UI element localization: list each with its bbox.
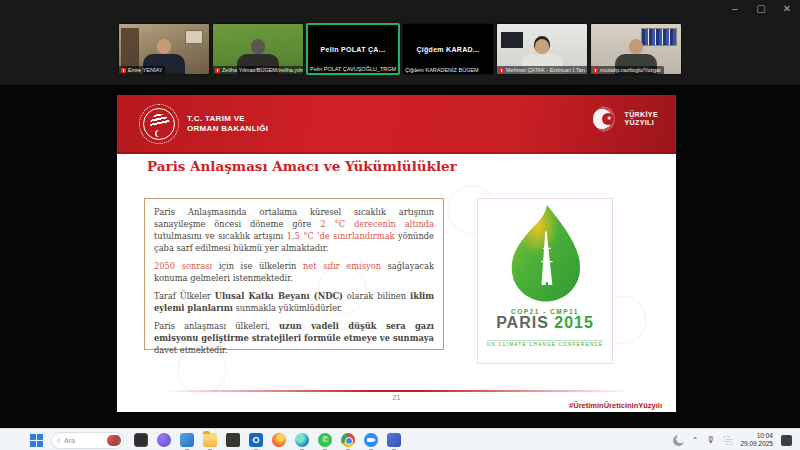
clock-time: 10:04 [740, 432, 773, 440]
tray-chevron-icon[interactable]: ⌃ [692, 436, 699, 445]
outlook-icon[interactable]: O [249, 433, 263, 447]
edge-icon[interactable] [295, 433, 309, 447]
slide-paragraph: 2050 sonrası için ise ülkelerin net sıfı… [154, 260, 434, 284]
muted-mic-icon [215, 68, 220, 73]
start-button[interactable] [30, 434, 43, 447]
participant-name-label: Emre YENİAY [119, 66, 165, 74]
close-button[interactable]: ✕ [780, 3, 794, 14]
participant-name-text: Mehmet ÇATAK - Erzincan İ.Tarı... [506, 67, 588, 73]
slide-paragraph: Taraf Ülkeler Ulusal Katkı Beyanı (NDC) … [154, 290, 434, 314]
participant-tile[interactable]: Zeliha Yılmaz/BÜGEM/zeliha.yılm... [212, 23, 304, 75]
participant-tile[interactable]: Emre YENİAY [118, 23, 210, 75]
participant-name-label: Mehmet ÇATAK - Erzincan İ.Tarı... [497, 66, 588, 74]
search-highlight-thumbnail[interactable] [107, 435, 121, 446]
participant-tile[interactable]: Mehmet ÇATAK - Erzincan İ.Tarı... [496, 23, 588, 75]
zoom-icon[interactable] [364, 433, 378, 447]
participant-name-label: Çiğdem KARADENİZ BÜGEM [403, 66, 482, 74]
participant-name-text: Pelin POLAT ÇAVUŞOĞLU_TRGM [310, 66, 396, 72]
taskbar-clock[interactable]: 10:04 29.09.2025 [740, 432, 773, 449]
participant-name-text: muttalip.nazlioglu/Yozgat [600, 67, 661, 73]
cop21-title: PARIS 2015 [478, 315, 612, 332]
slide-page-number: 21 [117, 394, 676, 401]
maximize-button[interactable]: ▢ [754, 3, 768, 14]
minimize-button[interactable]: – [728, 3, 742, 14]
shared-screen-slide: T.C. TARIM VE ORMAN BAKANLIĞI TÜRKİYE YÜ… [117, 95, 676, 412]
muted-mic-icon [499, 68, 504, 73]
participant-name-text: Çiğdem KARADENİZ BÜGEM [405, 67, 479, 73]
participants-row: Emre YENİAYZeliha Yılmaz/BÜGEM/zeliha.yı… [118, 23, 682, 75]
ministry-brand: T.C. TARIM VE ORMAN BAKANLIĞI [139, 104, 268, 144]
onedrive-icon[interactable] [673, 435, 684, 446]
slide-hashtag: #ÜretiminÜreticininYüzyılı [569, 401, 662, 410]
whatsapp-icon[interactable]: ✆ [318, 433, 332, 447]
meeting-top-strip: – ▢ ✕ Emre YENİAYZeliha Yılmaz/BÜGEM/zel… [0, 0, 800, 85]
system-tray: ⌃ 🎙 ⿻ 10:04 29.09.2025 [673, 432, 800, 449]
windows-taskbar: ⌕ Ara O✆ ⌃ 🎙 ⿻ 10:04 29.09.2025 [0, 428, 800, 450]
slide-text-box: Paris Anlaşmasında ortalama küresel sıca… [144, 198, 444, 350]
participant-name-text: Emre YENİAY [128, 67, 162, 73]
slide-title: Paris Anlaşması Amacı ve Yükümlülükler [147, 158, 457, 174]
cop21-subtitle: UN CLIMATE CHANGE CONFERENCE [487, 340, 603, 347]
turkiye-yuzyili-brand: TÜRKİYE YÜZYILI [593, 106, 658, 132]
slide-paragraph: Paris anlaşması ülkeleri, uzun vadeli dü… [154, 320, 434, 356]
microphone-tray-icon[interactable]: 🎙 [706, 435, 715, 445]
participant-tile[interactable]: Pelin POLAT ÇA...Pelin POLAT ÇAVUŞOĞLU_T… [306, 23, 400, 75]
search-icon: ⌕ [57, 436, 61, 444]
taskbar-icons: O✆ [134, 433, 401, 447]
teams-icon[interactable] [387, 433, 401, 447]
participant-tile[interactable]: Çiğdem KARAD...Çiğdem KARADENİZ BÜGEM [402, 23, 494, 75]
cop21-logo: COP21 - CMP11 PARIS 2015 UN CLIMATE CHAN… [477, 198, 613, 364]
copilot-icon[interactable] [157, 433, 171, 447]
participant-name-text: Zeliha Yılmaz/BÜGEM/zeliha.yılm... [222, 67, 304, 73]
mail-icon[interactable] [180, 433, 194, 447]
app-window-icon[interactable] [134, 433, 148, 447]
slide-footer-divider [162, 390, 632, 392]
ministry-name: T.C. TARIM VE ORMAN BAKANLIĞI [187, 114, 268, 134]
muted-mic-icon [121, 68, 126, 73]
participant-name-label: Zeliha Yılmaz/BÜGEM/zeliha.yılm... [213, 66, 304, 74]
muted-mic-icon [593, 68, 598, 73]
file-explorer-icon[interactable] [203, 433, 217, 447]
taskbar-search[interactable]: ⌕ Ara [51, 432, 124, 449]
slide-header-banner: T.C. TARIM VE ORMAN BAKANLIĞI TÜRKİYE YÜ… [117, 95, 676, 154]
clock-date: 29.09.2025 [740, 440, 773, 448]
crescent-star-icon [593, 106, 619, 132]
window-controls: – ▢ ✕ [728, 3, 794, 14]
zoom-meeting-window: – ▢ ✕ Emre YENİAYZeliha Yılmaz/BÜGEM/zel… [0, 0, 800, 450]
search-placeholder: Ara [64, 437, 75, 444]
ministry-logo-icon [139, 104, 179, 144]
cop21-leaf-icon [497, 203, 593, 307]
display-tray-icon[interactable]: ⿻ [723, 434, 732, 447]
slide-paragraph: Paris Anlaşmasında ortalama küresel sıca… [154, 206, 434, 254]
participant-name-label: muttalip.nazlioglu/Yozgat [591, 66, 664, 74]
participant-name-label: Pelin POLAT ÇAVUŞOĞLU_TRGM [308, 65, 399, 73]
firefox-icon[interactable] [272, 433, 286, 447]
chrome-icon[interactable] [341, 433, 355, 447]
store-icon[interactable] [226, 433, 240, 447]
turkiye-yuzyili-label: TÜRKİYE YÜZYILI [624, 111, 658, 128]
participant-tile[interactable]: muttalip.nazlioglu/Yozgat [590, 23, 682, 75]
notifications-icon[interactable] [781, 435, 792, 446]
